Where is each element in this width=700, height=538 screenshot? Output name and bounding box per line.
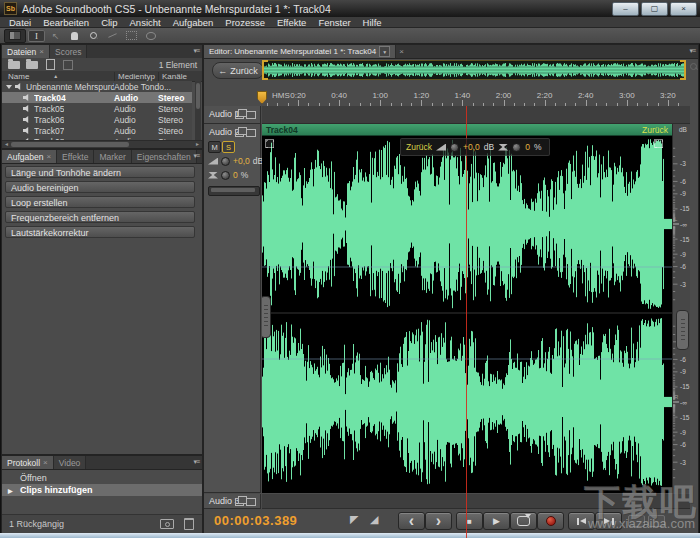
panel-menu-icon[interactable]: ▾≡ <box>193 458 199 466</box>
playhead-marker[interactable] <box>257 91 267 104</box>
column-type[interactable]: Medientyp <box>114 72 158 81</box>
vscroll-thumb[interactable] <box>196 83 200 109</box>
overview-handle-left[interactable] <box>262 60 268 80</box>
task-frequenzbereich-entfernen[interactable]: Frequenzbereich entfernen <box>5 211 195 223</box>
column-channels[interactable]: Kanäle <box>158 72 202 81</box>
clip-header[interactable]: Track04 Zurück <box>262 124 672 136</box>
marquee-tool[interactable] <box>123 30 140 42</box>
monitor-icon[interactable] <box>246 498 256 506</box>
file-name[interactable]: Track07 <box>34 126 64 136</box>
task-l-nge-und-tonh-he-ndern[interactable]: Länge und Tonhöhe ändern <box>5 166 195 178</box>
column-name[interactable]: Name <box>8 72 29 81</box>
duplicate-icon[interactable] <box>235 498 244 506</box>
pan-value[interactable]: 0 <box>233 170 238 180</box>
menu-bearbeiten[interactable]: Bearbeiten <box>37 17 95 28</box>
slide-tool[interactable] <box>104 30 121 42</box>
file-name[interactable]: Track04 <box>34 93 66 103</box>
time-selection-tool[interactable]: I <box>28 30 45 42</box>
tab-video[interactable]: Video <box>54 456 87 469</box>
lasso-tool[interactable] <box>142 30 159 42</box>
time-display[interactable]: 00:00:03.389 <box>214 513 297 528</box>
scroll-right-icon[interactable]: ► <box>195 142 200 147</box>
file-name[interactable]: Track05 <box>34 104 64 114</box>
menu-prozesse[interactable]: Prozesse <box>219 17 271 28</box>
tab-protokoll[interactable]: Protokoll× <box>2 456 54 469</box>
minimize-button[interactable]: – <box>612 2 639 16</box>
open-folder-icon[interactable] <box>8 61 20 69</box>
file-row-track04[interactable]: Track04AudioStereo <box>2 92 192 103</box>
clip-hud[interactable]: Zurück +0,0 dB 0 % <box>400 138 550 156</box>
hud-pan-knob[interactable] <box>512 143 521 152</box>
trash-icon[interactable] <box>184 518 194 530</box>
menu-clip[interactable]: Clip <box>95 17 123 28</box>
panel-menu-icon[interactable]: ▾≡ <box>689 47 695 55</box>
overview-handle-right[interactable] <box>680 60 686 80</box>
pan-knob[interactable] <box>221 171 230 180</box>
scroll-left-icon[interactable]: ◄ <box>4 142 9 147</box>
clip-back-link[interactable]: Zurück <box>642 125 668 135</box>
file-name[interactable]: Unbenannte Mehrspurd... <box>26 82 114 92</box>
loop-playback-button[interactable] <box>510 512 537 530</box>
tab-dateien[interactable]: Dateien× <box>2 45 50 58</box>
tab-scores[interactable]: Scores <box>50 45 87 58</box>
history-clips-hinzuf-gen[interactable]: ▶Clips hinzufügen <box>2 484 202 496</box>
play-button[interactable]: ▶ <box>483 512 510 530</box>
editor-close-icon[interactable]: × <box>399 47 404 58</box>
record-button[interactable] <box>537 512 564 530</box>
slider-thumb[interactable] <box>211 188 255 192</box>
hud-pan-value[interactable]: 0 <box>525 142 530 152</box>
duplicate-icon[interactable] <box>235 111 244 119</box>
track-lane-audio1[interactable] <box>262 106 690 124</box>
in-point-icon[interactable]: ◤ <box>350 514 358 525</box>
menu-datei[interactable]: Datei <box>3 17 37 28</box>
track-header-audio3[interactable]: Audio 3 <box>204 494 261 509</box>
expand-icon[interactable] <box>6 85 12 89</box>
close-button[interactable]: × <box>670 2 697 16</box>
snapshot-icon[interactable] <box>160 519 174 529</box>
panel-menu-icon[interactable]: ▾≡ <box>193 152 199 160</box>
file-row-track06[interactable]: Track06AudioStereo <box>2 114 192 125</box>
tab-effekte[interactable]: Effekte <box>57 150 94 163</box>
move-tool[interactable]: ↖ <box>47 30 64 42</box>
maximize-button[interactable]: ▢ <box>641 2 668 16</box>
import-folder-icon[interactable] <box>26 61 38 69</box>
close-icon[interactable]: × <box>39 47 44 56</box>
waveform-area[interactable]: Track04 Zurück Zurück +0,0 dB 0 % <box>262 124 672 493</box>
close-icon[interactable]: × <box>43 458 48 467</box>
overview-zoom-icon[interactable] <box>690 63 697 70</box>
left-scroll-handle[interactable] <box>262 296 271 338</box>
duplicate-icon[interactable] <box>235 129 244 137</box>
zoom-tool[interactable] <box>85 30 102 42</box>
menu-hilfe[interactable]: Hilfe <box>357 17 388 28</box>
nudge-left-button[interactable]: ‹ <box>398 512 425 530</box>
menu-effekte[interactable]: Effekte <box>271 17 312 28</box>
editor-tab[interactable]: Editor: Unbenannte Mehrspurdatei 1 *: Tr… <box>204 45 396 58</box>
nudge-right-button[interactable]: › <box>425 512 452 530</box>
tab-aufgaben[interactable]: Aufgaben× <box>2 150 57 163</box>
track-header-audio1[interactable]: Audio 1 <box>204 106 261 124</box>
stop-button[interactable]: ■ <box>456 512 483 530</box>
hud-volume-value[interactable]: +0,0 <box>463 142 480 152</box>
fade-in-handle[interactable] <box>265 139 274 148</box>
pan-control[interactable]: 0 % <box>208 170 248 180</box>
files-vscrollbar[interactable] <box>195 81 201 141</box>
tab-eigenschaften[interactable]: Eigenschaften <box>132 150 197 163</box>
tab-marker[interactable]: Marker <box>94 150 131 163</box>
volume-control[interactable]: +0,0 dB <box>208 156 263 166</box>
menu-fenster[interactable]: Fenster <box>312 17 356 28</box>
volume-knob[interactable] <box>221 157 230 166</box>
overview-strip[interactable] <box>262 60 686 80</box>
track-zoom-slider[interactable] <box>208 186 260 196</box>
monitor-icon[interactable] <box>246 111 256 119</box>
out-point-icon[interactable]: ◢ <box>370 514 378 525</box>
panel-menu-icon[interactable]: ▾≡ <box>193 47 199 55</box>
mute-button[interactable]: M <box>208 141 221 153</box>
monitor-icon[interactable] <box>246 129 256 137</box>
file-name[interactable]: Track06 <box>34 115 64 125</box>
db-ruler[interactable]: -3-3-6-6-9-9-15-15-∞LdB-3-3-6-6-9-9-15-1… <box>672 124 690 493</box>
task-lautst-rkekorrektur[interactable]: Lautstärkekorrektur <box>5 226 195 238</box>
workspace-icon[interactable] <box>4 29 26 43</box>
file-row-track07[interactable]: Track07AudioStereo <box>2 125 192 136</box>
fade-out-handle[interactable] <box>654 139 663 148</box>
task-audio-bereinigen[interactable]: Audio bereinigen <box>5 181 195 193</box>
